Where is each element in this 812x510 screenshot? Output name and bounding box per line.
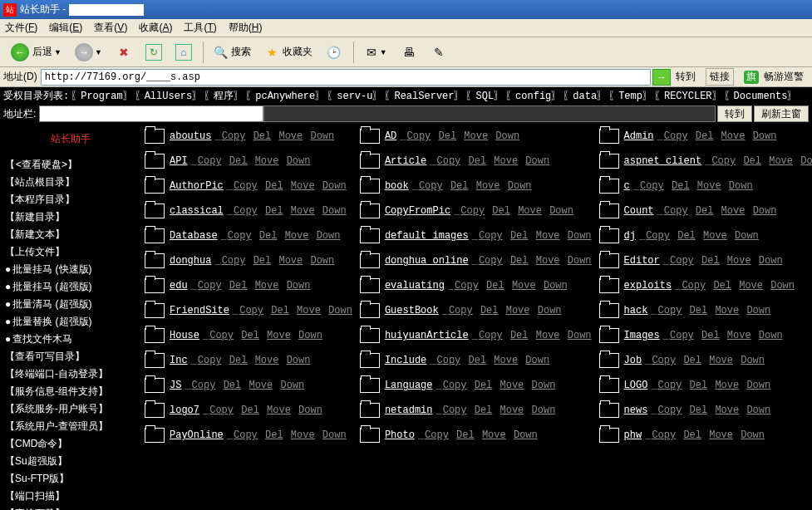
folder-name[interactable]: Admin [624,130,654,142]
sidebar-item[interactable]: 直接下载 [2,505,140,510]
folder-action-move[interactable]: Move [709,355,733,366]
folder-action-del[interactable]: Del [480,305,499,316]
folder-icon[interactable] [599,278,619,293]
sidebar-item[interactable]: Su超强版 [2,453,140,470]
folder-action-del[interactable]: Del [265,429,283,441]
folder-action-down[interactable]: Down [746,405,770,416]
folder-icon[interactable] [599,253,619,268]
folder-action-copy[interactable]: Copy [406,130,431,142]
folder-name[interactable]: exploits [624,280,672,292]
sidebar-item[interactable]: 端口扫描 [2,488,140,505]
folder-icon[interactable] [360,204,380,218]
sidebar-item[interactable]: 站点根目录 [2,174,140,191]
print-button[interactable]: 🖶 [395,41,423,64]
folder-action-del[interactable]: Del [690,405,708,416]
folder-action-copy[interactable]: Copy [646,230,670,242]
folder-action-del[interactable]: Del [690,380,708,391]
sidebar-item[interactable]: 新建目录 [2,208,140,226]
folder-action-move[interactable]: Move [536,330,560,341]
sidebar-item[interactable]: 本程序目录 [2,191,140,208]
folder-name[interactable]: aspnet_client [624,155,702,167]
folder-action-move[interactable]: Move [739,280,763,292]
folder-action-down[interactable]: Down [549,205,573,217]
folder-action-del[interactable]: Del [743,155,761,167]
folder-icon[interactable] [599,154,619,169]
folder-action-move[interactable]: Move [727,330,751,341]
quick-dir-link[interactable]: 〖RealServer〗 [384,89,464,103]
folder-action-copy[interactable]: Copy [209,330,234,341]
folder-action-copy[interactable]: Copy [670,255,694,267]
folder-action-move[interactable]: Move [278,130,303,142]
folder-icon[interactable] [360,129,380,144]
folder-name[interactable]: phw [624,429,642,441]
folder-action-copy[interactable]: Copy [652,429,676,441]
folder-name[interactable]: c [624,180,630,192]
sidebar-item[interactable]: 系统服务-用户账号 [2,400,140,418]
folder-action-del[interactable]: Del [439,130,457,142]
folder-action-copy[interactable]: Copy [222,255,246,267]
folder-action-del[interactable]: Del [271,305,289,316]
surf-label[interactable]: 畅游巡警 [764,70,804,84]
folder-icon[interactable] [599,179,619,194]
folder-action-down[interactable]: Down [322,180,347,192]
folder-action-del[interactable]: Del [690,305,708,316]
folder-icon[interactable] [360,253,380,268]
folder-action-copy[interactable]: Copy [479,330,503,341]
folder-icon[interactable] [145,353,165,368]
folder-action-del[interactable]: Del [510,330,529,341]
menu-item[interactable]: 收藏(A) [139,21,172,35]
folder-action-down[interactable]: Down [753,130,777,142]
go-button[interactable]: → [652,69,671,86]
folder-icon[interactable] [145,428,165,443]
folder-action-down[interactable]: Down [525,355,549,366]
folder-name[interactable]: Article [385,155,426,167]
folder-icon[interactable] [360,328,380,343]
folder-action-down[interactable]: Down [322,429,347,441]
folder-action-copy[interactable]: Copy [234,180,258,192]
folder-action-copy[interactable]: Copy [479,230,503,242]
history-button[interactable]: 🕑 [320,41,348,64]
folder-icon[interactable] [145,129,165,144]
folder-action-move[interactable]: Move [512,280,536,292]
back-button[interactable]: ← 后退 ▼ [5,41,67,64]
sidebar-item[interactable]: 查找文件木马 [2,331,140,348]
folder-action-copy[interactable]: Copy [449,305,473,316]
folder-action-copy[interactable]: Copy [658,405,682,416]
folder-icon[interactable] [360,154,380,169]
folder-action-down[interactable]: Down [544,280,568,292]
forward-button[interactable]: → ▼ [69,41,108,64]
folder-name[interactable]: edu [170,280,188,292]
folder-action-move[interactable]: Move [703,230,727,242]
folder-icon[interactable] [599,303,619,318]
folder-icon[interactable] [145,278,165,293]
sidebar-item[interactable]: 批量挂马 (超强版) [2,278,140,296]
folder-action-move[interactable]: Move [494,155,518,167]
sidebar-item[interactable]: 批量替换 (超强版) [2,313,140,331]
folder-icon[interactable] [360,428,380,443]
folder-action-down[interactable]: Down [538,305,562,316]
folder-action-move[interactable]: Move [278,255,303,267]
folder-action-move[interactable]: Move [709,429,733,441]
folder-action-del[interactable]: Del [450,180,469,192]
folder-action-down[interactable]: Down [287,355,311,366]
sidebar-item[interactable]: <查看硬盘> [2,156,140,174]
folder-name[interactable]: logo7 [170,405,199,416]
folder-action-move[interactable]: Move [506,305,530,316]
folder-action-copy[interactable]: Copy [455,280,479,292]
folder-action-move[interactable]: Move [536,255,560,267]
quick-dir-link[interactable]: 〖data〗 [563,89,607,103]
goto-button[interactable]: 转到 [717,105,752,122]
folder-name[interactable]: AuthorPic [170,180,224,192]
sidebar-item[interactable]: 系统用户-查管理员 [2,418,140,435]
folder-name[interactable]: aboutus [170,130,211,142]
folder-action-move[interactable]: Move [518,205,542,217]
folder-action-move[interactable]: Move [494,355,518,366]
folder-action-down[interactable]: Down [532,405,556,416]
folder-action-down[interactable]: Down [287,280,311,292]
search-button[interactable]: 🔍 搜索 [207,41,257,64]
folder-action-copy[interactable]: Copy [437,355,461,366]
folder-action-del[interactable]: Del [241,330,259,341]
folder-action-del[interactable]: Del [229,280,248,292]
folder-action-down[interactable]: Down [310,130,334,142]
sidebar-item[interactable]: 上传文件 [2,243,140,261]
